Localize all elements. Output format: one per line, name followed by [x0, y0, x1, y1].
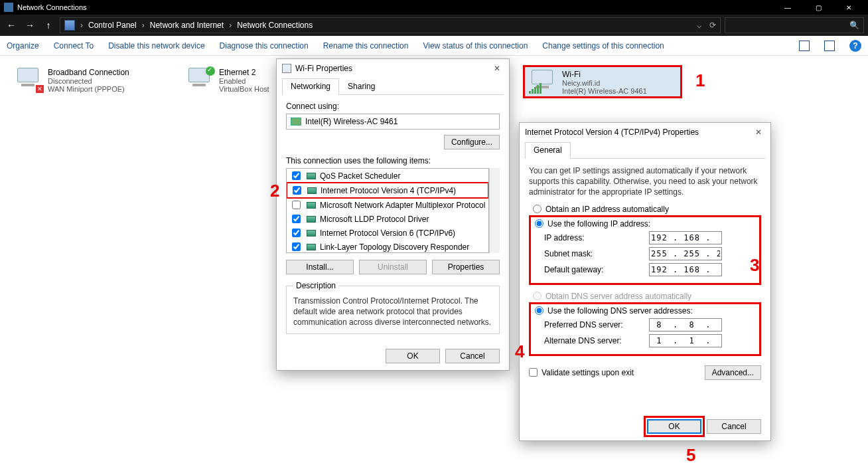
default-gateway-input[interactable]	[649, 263, 722, 276]
item-label: Internet Protocol Version 6 (TCP/IPv6)	[320, 229, 455, 238]
label-dns1: Preferred DNS server:	[544, 320, 644, 329]
dialog-titlebar: Internet Protocol Version 4 (TCP/IPv4) P…	[520, 123, 770, 141]
wifi-ok-button[interactable]: OK	[386, 349, 440, 363]
connection-device: WAN Miniport (PPPOE)	[48, 85, 129, 93]
label-subnet: Subnet mask:	[544, 249, 644, 258]
preview-pane-icon[interactable]	[824, 41, 835, 51]
preferred-dns-input[interactable]	[649, 318, 722, 331]
adapter-field: Intel(R) Wireless-AC 9461	[286, 114, 500, 130]
radio-ip-manual[interactable]: Use the following IP address:	[535, 219, 755, 229]
tab-networking[interactable]: Networking	[282, 78, 339, 95]
alternate-dns-input[interactable]	[649, 334, 722, 347]
list-item[interactable]: QoS Packet Scheduler	[287, 169, 488, 183]
cmd-diagnose[interactable]: Diagnose this connection	[220, 41, 309, 50]
cmd-view-status[interactable]: View status of this connection	[423, 41, 528, 50]
dialog-body: You can get IP settings assigned automat…	[520, 159, 770, 387]
item-checkbox[interactable]	[293, 186, 301, 195]
tab-sharing[interactable]: Sharing	[339, 78, 384, 95]
forward-button[interactable]: →	[23, 18, 37, 33]
radio-input[interactable]	[533, 205, 542, 213]
wifi-cancel-button[interactable]: Cancel	[445, 349, 500, 363]
address-bar[interactable]: › Control Panel › Network and Internet ›…	[60, 17, 721, 33]
radio-label: Obtain an IP address automatically	[545, 205, 669, 214]
ip-address-input[interactable]	[649, 231, 722, 244]
command-bar: Organize Connect To Disable this network…	[0, 36, 868, 56]
annotation-1: 1	[695, 70, 705, 91]
back-button[interactable]: ←	[4, 18, 19, 33]
annotation-4: 4	[515, 341, 524, 362]
breadcrumb-network-internet[interactable]: Network and Internet	[150, 21, 224, 30]
cmd-change-settings[interactable]: Change settings of this connection	[542, 41, 664, 50]
list-item[interactable]: Link-Layer Topology Discovery Responder	[287, 240, 488, 253]
connection-wifi[interactable]: Wi-Fi Neicy.wifi.id Intel(R) Wireless-AC…	[523, 65, 682, 98]
minimize-button[interactable]: —	[772, 0, 803, 15]
up-button[interactable]: ↑	[41, 18, 56, 33]
label-gateway: Default gateway:	[544, 265, 644, 274]
cmd-disable[interactable]: Disable this network device	[108, 41, 204, 50]
radio-ip-auto[interactable]: Obtain an IP address automatically	[533, 205, 761, 214]
nav-bar: ← → ↑ › Control Panel › Network and Inte…	[0, 15, 868, 36]
label-dns2: Alternate DNS server:	[544, 336, 644, 345]
dialog-close-button[interactable]: ✕	[752, 126, 765, 139]
connection-text: Ethernet 2 Enabled VirtualBox Host	[219, 68, 269, 93]
ipv4-cancel-button[interactable]: Cancel	[707, 419, 761, 434]
configure-button[interactable]: Configure...	[444, 135, 500, 149]
install-button[interactable]: Install...	[286, 260, 354, 274]
radio-label: Use the following DNS server addresses:	[547, 306, 693, 316]
list-item[interactable]: Internet Protocol Version 6 (TCP/IPv6)	[287, 226, 488, 240]
protocol-icon	[307, 173, 316, 179]
validate-checkbox[interactable]: Validate settings upon exit	[529, 368, 634, 377]
annotation-3: 3	[750, 255, 759, 276]
list-item[interactable]: Microsoft LLDP Protocol Driver	[287, 212, 488, 226]
label-ip: IP address:	[544, 233, 644, 242]
item-checkbox[interactable]	[292, 171, 301, 180]
item-checkbox[interactable]	[292, 201, 301, 209]
window-title-bar: Network Connections — ▢ ✕	[0, 0, 868, 15]
cmd-organize[interactable]: Organize	[7, 41, 39, 50]
item-checkbox[interactable]	[292, 229, 301, 237]
breadcrumb-control-panel[interactable]: Control Panel	[88, 21, 137, 30]
annotation-5: 5	[686, 445, 695, 465]
refresh-icon[interactable]: ⟳	[709, 21, 716, 30]
search-box[interactable]: 🔍	[725, 17, 864, 33]
cmd-connect-to[interactable]: Connect To	[54, 41, 94, 50]
ipv4-properties-dialog: Internet Protocol Version 4 (TCP/IPv4) P…	[519, 122, 771, 441]
help-icon[interactable]: ?	[849, 40, 861, 52]
close-button[interactable]: ✕	[833, 0, 864, 15]
item-checkbox[interactable]	[292, 242, 301, 251]
dialog-close-button[interactable]: ✕	[490, 62, 504, 75]
connection-broadband[interactable]: Broadband Connection Disconnected WAN Mi…	[15, 68, 181, 93]
list-item-ipv4[interactable]: Internet Protocol Version 4 (TCP/IPv4)	[286, 182, 489, 199]
content-pane: Broadband Connection Disconnected WAN Mi…	[0, 56, 868, 465]
adapter-icon	[282, 64, 291, 73]
breadcrumb-network-connections[interactable]: Network Connections	[237, 21, 313, 30]
dns-block: Use the following DNS server addresses: …	[529, 302, 761, 356]
address-dropdown-icon[interactable]: ⌵	[697, 21, 701, 30]
items-listbox[interactable]: QoS Packet Scheduler Internet Protocol V…	[286, 168, 489, 253]
radio-input[interactable]	[535, 306, 543, 315]
checkbox-input[interactable]	[529, 368, 538, 377]
radio-input[interactable]	[535, 219, 543, 228]
radio-label: Use the following IP address:	[547, 219, 650, 229]
tab-general[interactable]: General	[525, 142, 571, 159]
list-item[interactable]: Microsoft Network Adapter Multiplexor Pr…	[287, 198, 488, 212]
radio-dns-manual[interactable]: Use the following DNS server addresses:	[535, 306, 755, 316]
protocol-icon	[307, 244, 316, 250]
protocol-icon	[307, 202, 316, 209]
connection-device: Intel(R) Wireless-AC 9461	[562, 87, 647, 95]
properties-button[interactable]: Properties	[432, 260, 500, 274]
listbox-scrollbar[interactable]	[489, 168, 500, 253]
subnet-mask-input[interactable]	[649, 247, 722, 260]
item-checkbox[interactable]	[292, 215, 301, 223]
maximize-button[interactable]: ▢	[803, 0, 833, 15]
advanced-button[interactable]: Advanced...	[705, 365, 761, 380]
item-label: Link-Layer Topology Discovery Responder	[320, 242, 469, 252]
connection-name: Broadband Connection	[48, 68, 129, 77]
connection-status: Enabled	[219, 77, 269, 85]
window-controls: — ▢ ✕	[772, 0, 864, 15]
cmd-rename[interactable]: Rename this connection	[323, 41, 409, 50]
ipv4-ok-button[interactable]: OK	[647, 419, 701, 434]
description-legend: Description	[293, 281, 338, 290]
view-icon[interactable]	[799, 41, 810, 51]
connection-name: Ethernet 2	[219, 68, 269, 77]
